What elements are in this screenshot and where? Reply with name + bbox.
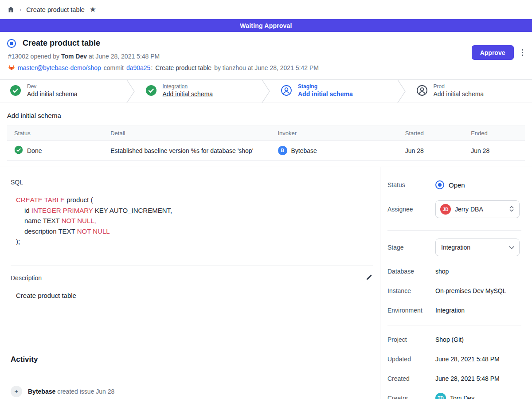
column-header-ended: Ended xyxy=(464,126,525,141)
issue-id: #13002 xyxy=(8,53,29,60)
sidebar-divider xyxy=(387,325,521,325)
assignee-select[interactable]: JD Jerry DBA xyxy=(435,200,520,218)
stage-task-label: Add initial schema xyxy=(434,90,484,98)
section-divider xyxy=(11,266,373,266)
created-row: Created June 28, 2021 5:48 PM xyxy=(387,375,521,382)
activity-action: created issue xyxy=(57,388,94,395)
status-banner-text: Waiting Approval xyxy=(240,22,292,29)
vcs-commit-byline: by tianzhou at June 28, 2021 5:42 PM xyxy=(214,64,319,71)
stage-dev[interactable]: Dev Add initial schema xyxy=(0,80,126,102)
issue-header: Create product table #13002 opened by To… xyxy=(0,32,532,79)
column-header-started: Started xyxy=(398,126,464,141)
activity-date: Jun 28 xyxy=(96,388,114,395)
status-open-icon xyxy=(435,180,444,189)
updated-value: June 28, 2021 5:48 PM xyxy=(435,356,500,363)
status-banner: Waiting Approval xyxy=(0,19,532,32)
activity-item: + Bytebase created issue Jun 28 xyxy=(11,386,373,397)
database-value: shop xyxy=(435,268,449,275)
status-value: Open xyxy=(449,181,465,189)
page-title: Create product table xyxy=(23,39,100,48)
database-row: Database shop xyxy=(387,268,521,275)
creator-row: Creator TD Tom Dev xyxy=(387,393,521,399)
stage-row: Stage Integration xyxy=(387,239,521,256)
check-circle-icon xyxy=(145,85,157,98)
assignee-value: Jerry DBA xyxy=(455,206,483,213)
stage-staging[interactable]: Staging Add initial schema xyxy=(271,80,397,102)
sql-section-label: SQL xyxy=(11,179,373,186)
check-circle-icon xyxy=(10,85,21,98)
status-row: Status Open xyxy=(387,180,521,189)
pipeline-stages: Dev Add initial schema Integration Add i… xyxy=(0,79,532,102)
add-comment-plus-icon[interactable]: + xyxy=(11,386,22,397)
creator-avatar: TD xyxy=(435,393,446,399)
section-divider xyxy=(11,373,373,373)
stage-env-label: Prod xyxy=(434,83,484,90)
home-icon[interactable] xyxy=(7,6,15,13)
stage-env-label: Dev xyxy=(27,83,78,90)
stage-prod[interactable]: Prod Add initial schema xyxy=(407,80,532,102)
vcs-branch-link[interactable]: master@bytebase-demo/shop xyxy=(18,64,101,71)
issue-open-icon xyxy=(7,39,16,48)
task-section: Add initial schema Status Detail Invoker… xyxy=(0,102,532,160)
assignee-avatar: JD xyxy=(440,204,451,215)
issue-author: Tom Dev xyxy=(61,53,87,60)
stage-separator-icon xyxy=(126,80,136,103)
user-circle-icon xyxy=(416,85,428,98)
stage-integration[interactable]: Integration Add initial schema xyxy=(136,80,262,102)
edit-description-icon[interactable] xyxy=(365,274,373,282)
task-invoker: Bytebase xyxy=(291,147,317,154)
instance-value: On-premises Dev MySQL xyxy=(435,287,506,294)
vcs-commit-link[interactable]: da90a25 xyxy=(126,64,151,71)
sql-code-block: CREATE TABLE product (id INTEGER PRIMARY… xyxy=(16,195,373,247)
project-value: Shop (Git) xyxy=(435,336,464,343)
breadcrumb-current-page: Create product table xyxy=(26,6,84,13)
task-detail: Established baseline version %s for data… xyxy=(103,141,270,160)
stage-select[interactable]: Integration xyxy=(435,239,520,256)
gitlab-icon xyxy=(8,64,15,72)
task-table-header-row: Status Detail Invoker Started Ended xyxy=(7,126,525,141)
check-circle-icon xyxy=(14,145,23,156)
stage-task-label: Add initial schema xyxy=(163,90,213,98)
description-label: Description xyxy=(11,274,42,282)
creator-value: Tom Dev xyxy=(450,395,474,399)
issue-meta: #13002 opened by Tom Dev at June 28, 202… xyxy=(8,53,525,60)
more-actions-menu-icon[interactable] xyxy=(520,47,525,58)
task-started: Jun 28 xyxy=(398,141,464,160)
select-updown-icon xyxy=(509,205,515,214)
instance-row: Instance On-premises Dev MySQL xyxy=(387,287,521,294)
environment-value: Integration xyxy=(435,307,465,314)
stage-separator-icon xyxy=(261,80,271,103)
approve-button[interactable]: Approve xyxy=(472,45,514,60)
activity-actor: Bytebase xyxy=(28,388,55,395)
stage-env-label: Integration xyxy=(163,83,213,90)
chevron-down-icon xyxy=(509,244,515,251)
project-row: Project Shop (Git) xyxy=(387,336,521,343)
task-row[interactable]: Done Established baseline version %s for… xyxy=(7,141,525,160)
created-value: June 28, 2021 5:48 PM xyxy=(435,375,500,382)
description-text: Create product table xyxy=(16,292,373,299)
breadcrumb: › Create product table ★ xyxy=(0,0,532,19)
column-header-invoker: Invoker xyxy=(271,126,398,141)
environment-row: Environment Integration xyxy=(387,307,521,314)
task-table: Status Detail Invoker Started Ended Done… xyxy=(7,125,525,160)
invoker-avatar: B xyxy=(278,146,287,155)
breadcrumb-separator-icon: › xyxy=(20,6,21,13)
assignee-row: Assignee JD Jerry DBA xyxy=(387,200,521,218)
issue-sidebar: Status Open Assignee JD Jerry DBA Stage … xyxy=(380,167,532,399)
stage-env-label: Staging xyxy=(298,83,353,90)
stage-task-label: Add initial schema xyxy=(298,90,353,98)
issue-opened-time: at June 28, 2021 5:48 PM xyxy=(89,53,160,60)
user-circle-icon xyxy=(281,85,292,98)
favorite-star-icon[interactable]: ★ xyxy=(90,6,96,13)
task-status: Done xyxy=(27,147,42,154)
updated-row: Updated June 28, 2021 5:48 PM xyxy=(387,356,521,363)
activity-heading: Activity xyxy=(11,355,373,364)
column-header-status: Status xyxy=(7,126,103,141)
stage-value: Integration xyxy=(441,244,470,251)
stage-separator-icon xyxy=(397,80,407,103)
sidebar-divider xyxy=(387,230,521,231)
task-ended: Jun 28 xyxy=(464,141,525,160)
issue-detail-panel: SQL CREATE TABLE product (id INTEGER PRI… xyxy=(0,167,380,399)
task-section-title: Add initial schema xyxy=(7,112,525,119)
vcs-commit-message: Create product table xyxy=(155,64,211,71)
